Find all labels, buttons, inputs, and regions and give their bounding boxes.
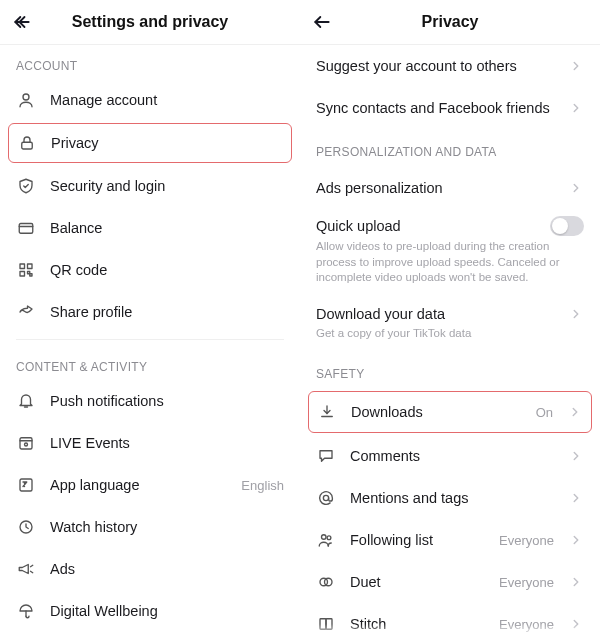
section-content: CONTENT & ACTIVITY	[0, 346, 300, 380]
row-privacy[interactable]: Privacy	[8, 123, 292, 163]
label-security: Security and login	[50, 178, 284, 194]
label-comments: Comments	[350, 448, 554, 464]
row-ads-personalization[interactable]: Ads personalization	[300, 167, 600, 209]
section-safety: SAFETY	[300, 351, 600, 389]
label-ads: Ads	[50, 561, 284, 577]
label-ads-personalization: Ads personalization	[316, 180, 554, 196]
shield-icon	[16, 176, 36, 196]
svg-point-27	[325, 578, 333, 586]
back-button-left[interactable]	[6, 6, 38, 38]
label-sync: Sync contacts and Facebook friends	[316, 100, 554, 116]
comment-icon	[316, 446, 336, 466]
svg-rect-10	[30, 274, 32, 276]
row-security[interactable]: Security and login	[0, 165, 300, 207]
person-icon	[16, 90, 36, 110]
row-watch[interactable]: Watch history	[0, 506, 300, 548]
svg-rect-3	[22, 142, 33, 149]
wallet-icon	[16, 218, 36, 238]
label-language: App language	[50, 477, 227, 493]
label-manage-account: Manage account	[50, 92, 284, 108]
lock-icon	[17, 133, 37, 153]
svg-rect-4	[19, 224, 33, 234]
label-wellbeing: Digital Wellbeing	[50, 603, 284, 619]
history-icon	[16, 517, 36, 537]
svg-line-18	[31, 571, 33, 573]
chevron-right-icon	[567, 404, 583, 420]
desc-download-data: Get a copy of your TikTok data	[300, 326, 600, 352]
row-downloads[interactable]: Downloads On	[308, 391, 592, 433]
svg-point-25	[327, 536, 331, 540]
back-button-right[interactable]	[306, 6, 338, 38]
chevron-right-icon	[568, 574, 584, 590]
label-suggest: Suggest your account to others	[316, 58, 554, 74]
label-downloads: Downloads	[351, 404, 522, 420]
calendar-icon	[16, 433, 36, 453]
svg-rect-6	[20, 264, 25, 269]
chevron-right-icon	[568, 180, 584, 196]
row-duet[interactable]: Duet Everyone	[300, 561, 600, 603]
duet-icon	[316, 572, 336, 592]
row-suggest[interactable]: Suggest your account to others	[300, 45, 600, 87]
value-language: English	[241, 478, 284, 493]
row-ads[interactable]: Ads	[0, 548, 300, 590]
bell-icon	[16, 391, 36, 411]
label-duet: Duet	[350, 574, 485, 590]
arrow-left-icon	[312, 12, 332, 32]
header-left: Settings and privacy	[0, 0, 300, 44]
label-privacy: Privacy	[51, 135, 283, 151]
label-mentions: Mentions and tags	[350, 490, 554, 506]
row-push[interactable]: Push notifications	[0, 380, 300, 422]
megaphone-icon	[16, 559, 36, 579]
qr-icon	[16, 260, 36, 280]
header-right: Privacy	[300, 0, 600, 44]
chevron-right-icon	[568, 100, 584, 116]
section-account: ACCOUNT	[0, 45, 300, 79]
label-download-data: Download your data	[316, 306, 554, 322]
label-balance: Balance	[50, 220, 284, 236]
download-icon	[317, 402, 337, 422]
toggle-quick-upload[interactable]	[550, 216, 584, 236]
value-duet: Everyone	[499, 575, 554, 590]
row-share[interactable]: Share profile	[0, 291, 300, 333]
row-sync[interactable]: Sync contacts and Facebook friends	[300, 87, 600, 129]
svg-point-23	[323, 495, 328, 500]
svg-line-17	[31, 565, 33, 567]
row-following[interactable]: Following list Everyone	[300, 519, 600, 561]
row-mentions[interactable]: Mentions and tags	[300, 477, 600, 519]
label-push: Push notifications	[50, 393, 284, 409]
users-icon	[316, 530, 336, 550]
svg-point-14	[25, 443, 28, 446]
language-icon	[16, 475, 36, 495]
at-icon	[316, 488, 336, 508]
row-language[interactable]: App language English	[0, 464, 300, 506]
value-following: Everyone	[499, 533, 554, 548]
label-watch: Watch history	[50, 519, 284, 535]
svg-rect-15	[20, 479, 32, 491]
chevron-right-icon	[568, 448, 584, 464]
label-live: LIVE Events	[50, 435, 284, 451]
page-title-right: Privacy	[338, 13, 562, 31]
row-live[interactable]: LIVE Events	[0, 422, 300, 464]
label-share: Share profile	[50, 304, 284, 320]
page-title-left: Settings and privacy	[38, 13, 262, 31]
svg-rect-7	[28, 264, 33, 269]
row-quick-upload[interactable]: Quick upload	[300, 209, 600, 243]
value-downloads: On	[536, 405, 553, 420]
chevron-right-icon	[568, 532, 584, 548]
chevron-right-icon	[568, 490, 584, 506]
svg-point-2	[23, 94, 29, 100]
row-qr[interactable]: QR code	[0, 249, 300, 291]
section-personalization: PERSONALIZATION AND DATA	[300, 129, 600, 167]
row-balance[interactable]: Balance	[0, 207, 300, 249]
label-following: Following list	[350, 532, 485, 548]
label-quick-upload: Quick upload	[316, 218, 536, 234]
chevron-right-icon	[568, 58, 584, 74]
svg-point-24	[322, 535, 327, 540]
row-manage-account[interactable]: Manage account	[0, 79, 300, 121]
umbrella-icon	[16, 601, 36, 621]
label-qr: QR code	[50, 262, 284, 278]
share-icon	[16, 302, 36, 322]
row-comments[interactable]: Comments	[300, 435, 600, 477]
svg-rect-8	[20, 272, 25, 277]
desc-quick-upload: Allow videos to pre-upload during the cr…	[300, 239, 600, 298]
